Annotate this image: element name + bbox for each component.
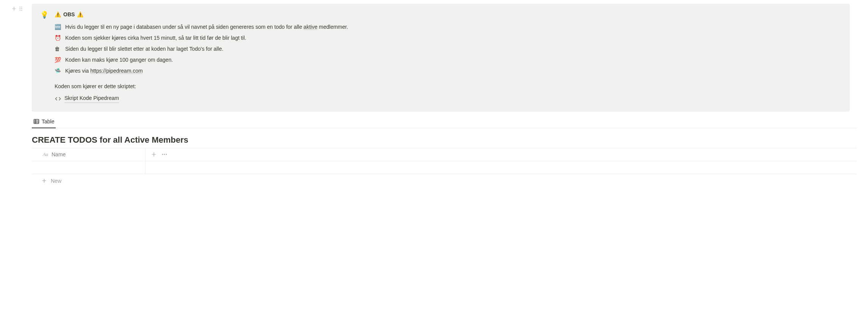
text-segment: medlemmer.	[317, 24, 348, 30]
svg-rect-6	[34, 119, 39, 123]
svg-point-3	[21, 8, 22, 9]
column-actions	[146, 151, 168, 157]
script-page-link[interactable]: Skript Kode Pipedream	[55, 94, 119, 103]
alarm-clock-icon: ⏰	[55, 34, 62, 42]
text-segment: Koden kan maks kjøre 100 ganger om dagen…	[65, 57, 173, 63]
block-controls	[11, 4, 27, 12]
warning-icon: ⚠️	[55, 11, 61, 19]
svg-point-11	[164, 154, 165, 155]
list-item-text: Koden som sjekker kjøres cirka hvert 15 …	[65, 34, 246, 42]
list-item-text: Kjøres via https://pipedream.com	[65, 67, 143, 75]
list-item-text: Siden du legger til blir slettet etter a…	[65, 45, 223, 53]
database-table: Aa Name New	[32, 148, 857, 188]
svg-point-12	[166, 154, 167, 155]
script-link-label: Skript Kode Pipedream	[64, 94, 119, 103]
trash-icon: 🗑	[55, 45, 62, 53]
code-icon	[55, 95, 61, 102]
table-row[interactable]	[32, 161, 857, 174]
callout-lightbulb-icon[interactable]: 💡	[40, 11, 49, 104]
text-segment: Kjøres via	[65, 68, 90, 74]
svg-point-0	[20, 6, 20, 7]
svg-point-2	[20, 8, 20, 9]
callout-subtext: Koden som kjører er dette skriptet:	[55, 83, 841, 90]
svg-point-4	[20, 10, 20, 11]
database-block: Table CREATE TODOS for all Active Member…	[32, 116, 857, 188]
text-segment: Koden som sjekker kjøres cirka hvert 15 …	[65, 35, 246, 41]
text-segment: Hvis du legger til en ny page i database…	[65, 24, 304, 30]
add-block-icon[interactable]	[11, 5, 17, 12]
new-icon: 🆕	[55, 23, 62, 31]
page-root: 💡 ⚠️ OBS ⚠️ 🆕 Hvis du legger til en ny p…	[0, 0, 868, 188]
svg-point-1	[21, 6, 22, 7]
callout-title: ⚠️ OBS ⚠️	[55, 11, 83, 19]
new-row-label: New	[51, 178, 61, 184]
list-item: 💯 Koden kan maks kjøre 100 ganger om dag…	[55, 56, 841, 64]
list-item-text: Hvis du legger til en ny page i database…	[65, 23, 348, 31]
svg-point-5	[21, 10, 22, 11]
warning-icon: ⚠️	[77, 11, 83, 19]
pipedream-link[interactable]: https://pipedream.com	[90, 68, 143, 74]
list-item-text: Koden kan maks kjøre 100 ganger om dagen…	[65, 56, 173, 64]
list-item: 🗑 Siden du legger til blir slettet etter…	[55, 45, 841, 53]
callout-title-text: OBS	[63, 11, 75, 19]
callout-body: ⚠️ OBS ⚠️ 🆕 Hvis du legger til en ny pag…	[55, 11, 841, 104]
block-row: 💡 ⚠️ OBS ⚠️ 🆕 Hvis du legger til en ny p…	[0, 4, 868, 112]
plus-icon	[41, 178, 47, 184]
table-header-row: Aa Name	[32, 148, 857, 161]
list-item: ⏰ Koden som sjekker kjøres cirka hvert 1…	[55, 34, 841, 42]
title-property-icon: Aa	[42, 151, 49, 157]
more-icon[interactable]	[161, 151, 168, 157]
add-column-icon[interactable]	[151, 151, 157, 157]
column-header-name[interactable]: Aa Name	[32, 148, 146, 161]
ufo-icon: 🛸	[55, 67, 62, 75]
view-tab-table[interactable]: Table	[32, 116, 56, 128]
svg-point-10	[162, 154, 163, 155]
view-tabs: Table	[32, 116, 857, 128]
list-item: 🆕 Hvis du legger til en ny page i databa…	[55, 23, 841, 31]
table-icon	[33, 118, 39, 125]
hundred-icon: 💯	[55, 56, 62, 64]
underlined-text: aktive	[304, 24, 318, 30]
column-header-label: Name	[52, 151, 66, 157]
database-title[interactable]: CREATE TODOS for all Active Members	[32, 135, 857, 145]
drag-handle-icon[interactable]	[17, 5, 24, 12]
list-item: 🛸 Kjøres via https://pipedream.com	[55, 67, 841, 75]
text-segment: Siden du legger til blir slettet etter a…	[65, 46, 223, 52]
callout-block: 💡 ⚠️ OBS ⚠️ 🆕 Hvis du legger til en ny p…	[32, 4, 850, 112]
view-tab-label: Table	[42, 118, 54, 125]
callout-list: 🆕 Hvis du legger til en ny page i databa…	[55, 23, 841, 75]
new-row-button[interactable]: New	[32, 174, 857, 188]
table-cell-name[interactable]	[32, 161, 146, 174]
